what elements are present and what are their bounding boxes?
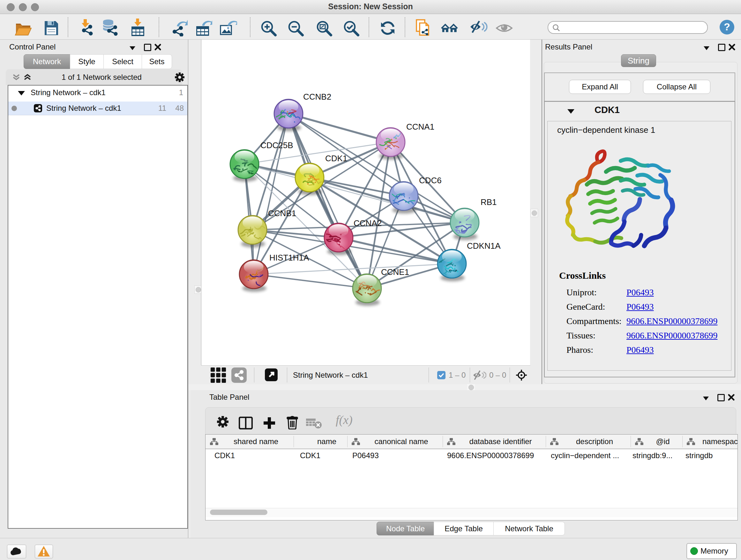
svg-text:HIST1H1A: HIST1H1A — [269, 253, 309, 262]
svg-text:CCNE1: CCNE1 — [381, 267, 409, 277]
svg-text:CDKN1A: CDKN1A — [467, 241, 501, 251]
svg-text:CDC6: CDC6 — [419, 176, 442, 185]
svg-text:CCNA2: CCNA2 — [354, 219, 382, 228]
svg-text:CCNB1: CCNB1 — [268, 208, 296, 218]
svg-text:CDK1: CDK1 — [325, 153, 347, 163]
svg-text:RB1: RB1 — [481, 197, 497, 207]
svg-text:CDC25B: CDC25B — [260, 140, 293, 150]
svg-text:CCNB2: CCNB2 — [303, 92, 331, 102]
svg-text:?: ? — [724, 21, 730, 33]
svg-text:CCNA1: CCNA1 — [406, 122, 434, 132]
